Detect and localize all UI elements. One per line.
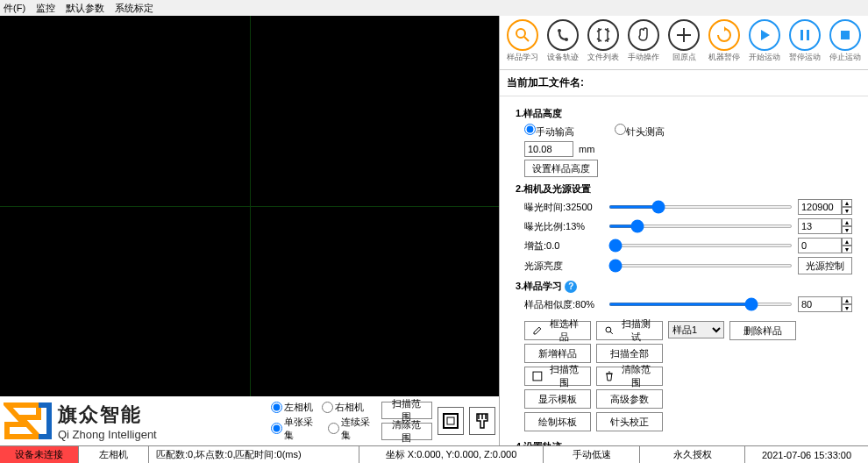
radio-continuous-capture[interactable]: 连续采集 <box>328 416 376 442</box>
spin-up[interactable]: ▲ <box>842 218 852 226</box>
rect-icon <box>532 371 543 381</box>
advanced-params-button[interactable]: 高级参数 <box>596 389 663 409</box>
section-3-title: 3.样品学习 ? <box>516 280 852 293</box>
tool-pause[interactable]: 暂停运动 <box>786 19 824 66</box>
scan-all-button[interactable]: 扫描全部 <box>596 344 663 363</box>
spin-down[interactable]: ▼ <box>842 304 852 312</box>
tool-filelist[interactable]: 文件列表 <box>584 19 623 66</box>
spin-down[interactable]: ▼ <box>842 226 852 234</box>
set-height-button[interactable]: 设置样品高度 <box>524 160 598 177</box>
logo-text-cn: 旗众智能 <box>58 402 157 428</box>
logo-text-en: Qi Zhong Intelligent <box>58 428 157 441</box>
new-sample-button[interactable]: 新增样品 <box>524 344 591 363</box>
section-1-title: 1.样品高度 <box>516 107 852 120</box>
show-template-button[interactable]: 显示模板 <box>524 389 591 409</box>
statusbar: 设备未连接 左相机 匹配数:0,坏点数:0,匹配时间:0(ms) 坐标 X:0.… <box>0 445 868 463</box>
svg-rect-1 <box>447 417 454 424</box>
svg-point-2 <box>516 29 525 38</box>
logo: 旗众智能 Qi Zhong Intelligent <box>4 400 266 442</box>
brush-icon[interactable] <box>469 407 495 435</box>
radio-manual-height[interactable]: 手动输高 <box>524 124 574 139</box>
similarity-label: 样品相似度:80% <box>524 298 603 311</box>
edit-icon <box>532 325 543 336</box>
crosshair-vertical <box>250 16 251 396</box>
section-4-title: 4.设置轨迹 <box>516 440 852 445</box>
select-sample-button[interactable]: 框选样品 <box>524 321 591 340</box>
light-control-button[interactable]: 光源控制 <box>798 257 852 274</box>
spin-down[interactable]: ▼ <box>842 207 852 215</box>
status-license: 永久授权 <box>640 446 745 463</box>
tool-manual[interactable]: 手动操作 <box>624 19 663 66</box>
status-match: 匹配数:0,坏点数:0,匹配时间:0(ms) <box>149 446 359 463</box>
search-icon <box>604 325 615 336</box>
status-coords: 坐标 X:0.000, Y:0.000, Z:0.000 <box>359 446 544 463</box>
sample-select[interactable]: 样品1 <box>668 321 724 338</box>
radio-right-camera[interactable]: 右相机 <box>322 401 364 414</box>
svg-point-4 <box>558 29 561 32</box>
delete-sample-button[interactable]: 删除样品 <box>729 321 796 340</box>
status-speed: 手动低速 <box>544 446 640 463</box>
menu-monitor[interactable]: 监控 <box>36 2 55 14</box>
spin-up[interactable]: ▲ <box>842 199 852 207</box>
spin-up[interactable]: ▲ <box>842 296 852 304</box>
exposure-ratio-label: 曝光比例:13% <box>524 220 603 233</box>
spin-down[interactable]: ▼ <box>842 246 852 253</box>
svg-rect-8 <box>800 30 803 40</box>
menu-defaults[interactable]: 默认参数 <box>66 2 104 14</box>
svg-rect-9 <box>807 30 809 40</box>
height-input[interactable] <box>524 141 573 157</box>
current-filename-label: 当前加工文件名: <box>500 70 868 96</box>
radio-left-camera[interactable]: 左相机 <box>271 401 313 414</box>
gain-slider[interactable] <box>608 244 793 247</box>
svg-rect-13 <box>533 372 542 381</box>
tool-path[interactable]: 设备轨迹 <box>544 19 582 66</box>
similarity-value[interactable] <box>798 296 842 312</box>
draw-badboard-button[interactable]: 绘制坏板 <box>524 412 591 431</box>
radio-probe-height[interactable]: 针头测高 <box>615 124 665 139</box>
menu-file[interactable]: 件(F) <box>4 2 25 14</box>
svg-rect-10 <box>841 31 850 39</box>
light-label: 光源亮度 <box>524 260 603 273</box>
camera-viewport[interactable] <box>0 16 499 396</box>
trash-icon <box>604 371 615 381</box>
svg-rect-0 <box>444 414 458 428</box>
menu-calibrate[interactable]: 系统标定 <box>115 2 153 14</box>
gain-label: 增益:0.0 <box>524 239 603 253</box>
clear-range-button[interactable]: 清除范围 <box>381 423 432 440</box>
tool-origin[interactable]: 回原点 <box>665 19 703 66</box>
exposure-time-label: 曝光时间:32500 <box>524 201 603 214</box>
menubar: 件(F) 监控 默认参数 系统标定 <box>0 0 868 16</box>
scan-range-button-2[interactable]: 扫描范围 <box>524 367 591 386</box>
light-slider[interactable] <box>608 264 793 267</box>
exposure-time-value[interactable] <box>798 199 842 215</box>
height-unit: mm <box>579 144 594 154</box>
similarity-slider[interactable] <box>608 303 793 306</box>
exposure-time-slider[interactable] <box>608 205 793 209</box>
svg-line-3 <box>524 37 529 41</box>
status-connection: 设备未连接 <box>0 446 79 463</box>
clear-range-button-2[interactable]: 清除范围 <box>596 367 663 386</box>
spin-up[interactable]: ▲ <box>842 238 852 246</box>
section-2-title: 2.相机及光源设置 <box>516 182 852 196</box>
tool-rotate[interactable]: 机器暂停 <box>705 19 743 66</box>
radio-single-capture[interactable]: 单张采集 <box>271 416 319 442</box>
exposure-ratio-value[interactable] <box>798 218 842 234</box>
status-camera: 左相机 <box>79 446 149 463</box>
probe-calibrate-button[interactable]: 针头校正 <box>596 412 663 431</box>
tool-stop[interactable]: 停止运动 <box>826 19 864 66</box>
scan-test-button[interactable]: 扫描测试 <box>596 321 663 340</box>
svg-line-12 <box>610 331 613 334</box>
gain-value[interactable] <box>798 238 842 253</box>
tool-sample-learn[interactable]: 样品学习 <box>503 19 542 66</box>
status-datetime: 2021-07-06 15:33:00 <box>745 446 868 463</box>
fit-view-icon[interactable] <box>438 407 464 435</box>
svg-point-5 <box>565 38 568 41</box>
logo-mark-icon <box>4 402 53 440</box>
tool-play[interactable]: 开始运动 <box>745 19 784 66</box>
exposure-ratio-slider[interactable] <box>608 224 793 228</box>
help-icon[interactable]: ? <box>565 281 577 293</box>
toolbar: 样品学习 设备轨迹 文件列表 手动操作 回原点 机器暂停 开始运动 暂停运动 停… <box>500 16 868 70</box>
scan-range-button[interactable]: 扫描范围 <box>381 402 432 419</box>
